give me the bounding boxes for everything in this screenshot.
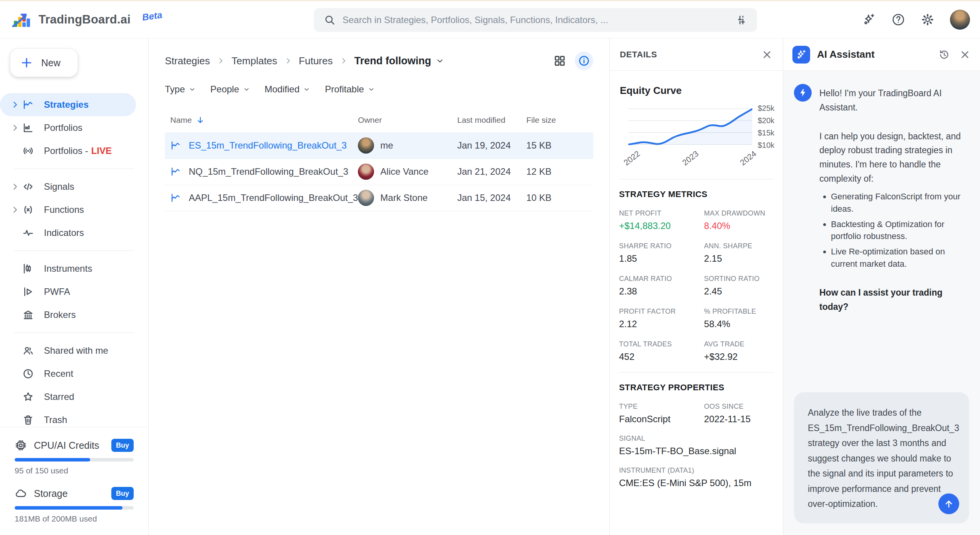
play-forward-icon bbox=[22, 286, 35, 298]
strategy-name[interactable]: NQ_15m_TrendFollowing_BreakOut_3 bbox=[189, 166, 348, 177]
table-row[interactable]: ES_15m_TrendFollowing_BreakOut_3 me Jan … bbox=[165, 132, 593, 159]
chevron-down-icon bbox=[436, 57, 444, 65]
info-icon[interactable] bbox=[575, 52, 593, 70]
brand[interactable]: TradingBoard.ai Beta bbox=[12, 10, 162, 29]
sidebar-item-signals[interactable]: Signals bbox=[0, 175, 148, 198]
last-modified: Jan 19, 2024 bbox=[457, 132, 526, 159]
new-button[interactable]: New bbox=[10, 48, 78, 77]
sidebar-item-recent[interactable]: Recent bbox=[0, 362, 148, 385]
history-icon[interactable] bbox=[938, 49, 950, 60]
send-button[interactable] bbox=[938, 493, 959, 514]
credits-progress-fill bbox=[15, 458, 90, 461]
chevron-down-icon bbox=[243, 86, 250, 93]
ai-capabilities-list: Generating FalconScript from your ideas.… bbox=[831, 191, 969, 270]
metric-ann-sharpe: ANN. SHARPE2.15 bbox=[704, 242, 774, 264]
chevron-right-icon[interactable] bbox=[11, 100, 22, 109]
sidebar-item-strategies[interactable]: Strategies bbox=[0, 93, 136, 116]
sidebar-item-label: Brokers bbox=[44, 309, 76, 320]
user-avatar[interactable] bbox=[950, 10, 970, 30]
ai-message: Hello! I'm your TradingBoard AI Assistan… bbox=[794, 84, 969, 314]
file-size: 10 KB bbox=[526, 185, 593, 211]
sidebar-item-label: Indicators bbox=[44, 227, 84, 238]
grid-view-icon[interactable] bbox=[553, 54, 566, 67]
search-input[interactable] bbox=[342, 15, 728, 25]
filter-label: Type bbox=[165, 84, 185, 95]
sidebar-item-label: Strategies bbox=[44, 99, 89, 110]
ai-question: How can I assist your trading today? bbox=[819, 286, 969, 314]
draft-message-text[interactable]: Analyze the live trades of the ES_15m_Tr… bbox=[808, 405, 955, 512]
last-modified: Jan 15, 2024 bbox=[457, 185, 526, 211]
ai-capability: Generating FalconScript from your ideas. bbox=[831, 191, 969, 215]
chevron-down-icon bbox=[303, 86, 310, 93]
chevron-right-icon[interactable] bbox=[11, 182, 22, 191]
storage-usage: Storage Buy 181MB of 200MB used bbox=[15, 487, 134, 523]
breadcrumb-futures[interactable]: Futures bbox=[299, 55, 333, 67]
sidebar-item-instruments[interactable]: Instruments bbox=[0, 257, 148, 280]
ai-assistant-panel: AI Assistant Hello! I'm your TradingBoar… bbox=[783, 38, 980, 535]
message-input-bubble[interactable]: Analyze the live trades of the ES_15m_Tr… bbox=[794, 392, 969, 523]
buy-credits-button[interactable]: Buy bbox=[111, 439, 134, 452]
breadcrumb-strategies[interactable]: Strategies bbox=[165, 55, 210, 67]
sidebar: New Strategies Portfolios Portfolios - L… bbox=[0, 38, 149, 535]
sidebar-item-portfolios-live[interactable]: Portfolios - LIVE bbox=[0, 139, 148, 162]
column-header-size[interactable]: File size bbox=[526, 110, 593, 132]
column-header-modified[interactable]: Last modified bbox=[457, 110, 526, 132]
sidebar-item-label: Instruments bbox=[44, 263, 92, 274]
sidebar-item-label: Portfolios bbox=[44, 122, 82, 133]
settings-gear-icon[interactable] bbox=[921, 13, 935, 27]
chevron-down-icon bbox=[368, 86, 375, 93]
people-icon bbox=[22, 345, 35, 356]
sort-descending-icon[interactable] bbox=[196, 115, 205, 125]
ai-assistant-title: AI Assistant bbox=[817, 48, 931, 60]
filter-type[interactable]: Type bbox=[165, 84, 196, 95]
filter-profitable[interactable]: Profitable bbox=[325, 84, 374, 95]
sidebar-item-label: Trash bbox=[44, 415, 67, 425]
close-icon[interactable] bbox=[761, 49, 773, 60]
chevron-right-icon[interactable] bbox=[11, 124, 22, 132]
strategy-name[interactable]: AAPL_15m_TrendFollowing_BreakOut_3 bbox=[189, 192, 358, 203]
sidebar-item-brokers[interactable]: Brokers bbox=[0, 303, 148, 326]
ai-capability: Backtesting & Optimization for portfolio… bbox=[831, 218, 969, 243]
sidebar-item-indicators[interactable]: Indicators bbox=[0, 221, 148, 244]
help-icon[interactable] bbox=[891, 13, 905, 27]
divider bbox=[619, 179, 774, 179]
strategy-file-icon bbox=[170, 166, 181, 177]
column-header-name[interactable]: Name bbox=[170, 115, 192, 125]
metric-total-trades: TOTAL TRADES452 bbox=[619, 340, 704, 362]
ai-capability: Live Re-optimization based on current ma… bbox=[831, 246, 969, 270]
sidebar-nav: Strategies Portfolios Portfolios - LIVE … bbox=[0, 93, 148, 431]
sidebar-item-functions[interactable]: Functions bbox=[0, 198, 148, 221]
search-filter-icon[interactable] bbox=[735, 14, 747, 26]
breadcrumb: Strategies Templates Futures Trend follo… bbox=[165, 55, 553, 67]
property-signal: SIGNALES-15m-TF-BO_Base.signal bbox=[619, 435, 774, 456]
sidebar-item-shared[interactable]: Shared with me bbox=[0, 339, 148, 362]
equity-curve-chart: 2022 2023 2024 $25k $20k $15k $10k bbox=[628, 108, 774, 145]
buy-storage-button[interactable]: Buy bbox=[111, 487, 134, 500]
filter-modified[interactable]: Modified bbox=[265, 84, 310, 95]
ai-assistant-logo-icon bbox=[792, 46, 810, 64]
ai-intro: I can help you design, backtest, and dep… bbox=[819, 129, 969, 186]
chevron-right-icon[interactable] bbox=[11, 206, 22, 214]
strategy-name[interactable]: ES_15m_TrendFollowing_BreakOut_3 bbox=[189, 140, 347, 151]
sidebar-divider bbox=[14, 251, 134, 251]
sidebar-item-label: Recent bbox=[44, 368, 73, 379]
column-header-owner[interactable]: Owner bbox=[358, 110, 457, 132]
credits-label: CPU/AI Credits bbox=[34, 440, 111, 451]
breadcrumb-templates[interactable]: Templates bbox=[232, 55, 277, 67]
equity-curve-svg bbox=[628, 108, 752, 145]
global-search[interactable] bbox=[314, 8, 757, 32]
sidebar-item-starred[interactable]: Starred bbox=[0, 385, 148, 408]
sidebar-item-pwfa[interactable]: PWFA bbox=[0, 280, 148, 303]
filter-people[interactable]: People bbox=[210, 84, 250, 95]
sidebar-item-portfolios[interactable]: Portfolios bbox=[0, 116, 148, 139]
breadcrumb-current-folder[interactable]: Trend following bbox=[354, 55, 444, 67]
strategy-file-icon bbox=[170, 140, 181, 151]
close-icon[interactable] bbox=[959, 49, 971, 60]
table-row[interactable]: NQ_15m_TrendFollowing_BreakOut_3 Alice V… bbox=[165, 159, 593, 185]
table-row[interactable]: AAPL_15m_TrendFollowing_BreakOut_3 Mark … bbox=[165, 185, 593, 211]
main-content: Strategies Templates Futures Trend follo… bbox=[149, 38, 609, 535]
pulse-icon bbox=[22, 227, 35, 239]
trash-icon bbox=[22, 414, 35, 426]
file-size: 12 KB bbox=[526, 159, 593, 185]
ai-sparkle-icon[interactable] bbox=[862, 13, 876, 27]
